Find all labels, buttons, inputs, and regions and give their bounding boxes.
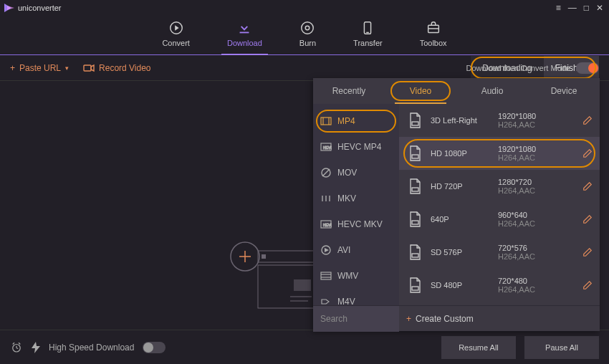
format-item-avi[interactable]: AVI xyxy=(313,237,399,263)
app-logo-icon xyxy=(4,4,14,12)
format-item-wmv[interactable]: WMV xyxy=(313,263,399,289)
format-label: MOV xyxy=(337,168,357,178)
preset-meta: 1920*1080H264,AAC xyxy=(498,112,575,129)
format-icon xyxy=(320,194,332,203)
format-label: HEVC MP4 xyxy=(337,142,381,152)
format-list[interactable]: MP4 HEVC HEVC MP4 MOV MKV HEVC HEVC MKV xyxy=(313,104,399,305)
format-icon xyxy=(320,297,332,305)
format-icon xyxy=(320,244,332,256)
svg-marker-51 xyxy=(32,342,40,353)
paste-url-button[interactable]: + Paste URL ▾ xyxy=(10,63,69,73)
svg-marker-12 xyxy=(91,65,94,71)
preset-row[interactable]: 640P960*640H264,AAC xyxy=(399,203,600,236)
format-label: WMV xyxy=(337,271,358,281)
preset-name: SD 480P xyxy=(431,281,491,289)
search-input[interactable]: Search xyxy=(313,306,399,332)
fmt-cat-video[interactable]: Video xyxy=(385,78,456,104)
nav-label: Download xyxy=(227,39,262,47)
dtcm-toggle[interactable] xyxy=(576,62,599,74)
preset-name: HD 720P xyxy=(431,182,491,191)
dtcm-label: Download then Convert Mode xyxy=(466,64,570,72)
nav-convert[interactable]: Convert xyxy=(162,20,190,47)
menu-button[interactable]: ≡ xyxy=(556,3,561,13)
preset-list[interactable]: 3D Left-Right1920*1080H264,AACHD 1080P19… xyxy=(399,104,600,305)
fmt-cat-label: Recently xyxy=(332,86,366,96)
download-icon xyxy=(236,20,252,36)
file-icon xyxy=(406,244,423,261)
svg-marker-3 xyxy=(175,25,179,30)
edit-icon[interactable] xyxy=(582,148,593,158)
close-button[interactable]: ✕ xyxy=(596,3,603,13)
format-item-mp4[interactable]: MP4 xyxy=(313,108,399,134)
clock-icon[interactable] xyxy=(10,341,23,354)
fmt-cat-device[interactable]: Device xyxy=(528,78,600,104)
svg-marker-1 xyxy=(7,6,14,10)
edit-icon[interactable] xyxy=(582,214,593,224)
preset-name: 640P xyxy=(431,215,491,224)
preset-meta: 960*640H264,AAC xyxy=(498,211,575,228)
svg-rect-36 xyxy=(321,272,331,279)
svg-rect-17 xyxy=(262,254,266,259)
nav-transfer[interactable]: Transfer xyxy=(353,20,383,47)
app-title: uniconverter xyxy=(18,4,62,12)
minimize-button[interactable]: — xyxy=(568,3,577,13)
svg-rect-43 xyxy=(412,221,418,224)
resume-all-button[interactable]: Resume All xyxy=(441,336,516,359)
edit-icon[interactable] xyxy=(582,115,593,125)
pause-all-button[interactable]: Pause All xyxy=(524,336,599,359)
svg-rect-16 xyxy=(258,251,315,262)
format-label: AVI xyxy=(337,245,350,255)
toolbox-icon xyxy=(426,20,441,36)
nav-download[interactable]: Download xyxy=(227,20,262,47)
svg-marker-35 xyxy=(325,248,329,252)
record-video-button[interactable]: Record Video xyxy=(83,63,151,73)
convert-icon xyxy=(168,20,184,36)
high-speed-label: High Speed Download xyxy=(49,343,134,353)
svg-marker-39 xyxy=(322,300,329,304)
fmt-cat-recently[interactable]: Recently xyxy=(313,78,385,104)
format-item-hevc-mkv[interactable]: HEVC HEVC MKV xyxy=(313,211,399,237)
file-icon xyxy=(406,178,423,195)
svg-line-49 xyxy=(13,343,14,344)
format-label: MKV xyxy=(337,193,356,203)
file-icon xyxy=(406,145,423,162)
nav-toolbox[interactable]: Toolbox xyxy=(420,20,447,47)
svg-line-50 xyxy=(19,343,20,344)
format-icon: HEVC xyxy=(320,143,332,151)
format-icon xyxy=(320,117,332,125)
format-item-mkv[interactable]: MKV xyxy=(313,186,399,211)
maximize-button[interactable]: □ xyxy=(584,3,589,13)
transfer-icon xyxy=(360,20,375,36)
preset-row[interactable]: SD 480P720*480H264,AAC xyxy=(399,269,600,302)
preset-row[interactable]: 3D Left-Right1920*1080H264,AAC xyxy=(399,104,600,137)
record-video-label: Record Video xyxy=(99,63,151,73)
format-label: M4V xyxy=(337,297,355,305)
preset-meta: 720*480H264,AAC xyxy=(498,277,575,294)
file-icon xyxy=(406,112,423,129)
format-item-m4v[interactable]: M4V xyxy=(313,289,399,305)
preset-name: 3D Left-Right xyxy=(431,116,491,125)
preset-name: HD 1080P xyxy=(431,149,491,158)
format-panel: Recently Video Audio Device MP4 HEVC HEV… xyxy=(313,78,600,331)
high-speed-toggle[interactable] xyxy=(143,342,166,353)
create-custom-button[interactable]: + Create Custom xyxy=(399,314,600,324)
preset-name: SD 576P xyxy=(431,248,491,257)
burn-icon xyxy=(299,20,315,36)
format-item-mov[interactable]: MOV xyxy=(313,160,399,186)
format-icon: HEVC xyxy=(320,220,332,229)
edit-icon[interactable] xyxy=(582,181,593,191)
svg-point-5 xyxy=(302,22,314,34)
svg-line-28 xyxy=(322,169,330,176)
fmt-cat-audio[interactable]: Audio xyxy=(456,78,528,104)
preset-row[interactable]: HD 720P1280*720H264,AAC xyxy=(399,170,600,203)
fmt-cat-label: Audio xyxy=(481,86,504,96)
preset-row[interactable]: HD 1080P1920*1080H264,AAC xyxy=(399,137,600,170)
format-item-hevc-mp4[interactable]: HEVC HEVC MP4 xyxy=(313,134,399,160)
nav-burn[interactable]: Burn xyxy=(299,20,316,47)
edit-icon[interactable] xyxy=(582,280,593,290)
preset-row[interactable]: SD 576P720*576H264,AAC xyxy=(399,236,600,269)
search-placeholder: Search xyxy=(320,314,347,324)
format-icon xyxy=(320,272,332,280)
nav-label: Convert xyxy=(162,39,190,47)
edit-icon[interactable] xyxy=(582,247,593,257)
